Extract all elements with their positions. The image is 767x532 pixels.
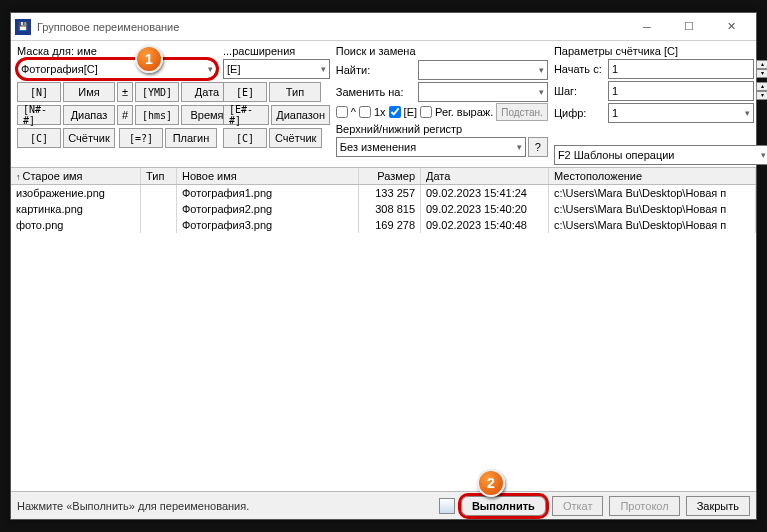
token-e[interactable]: [E] xyxy=(223,82,267,102)
titlebar: 💾 Групповое переименование ─ ☐ ✕ xyxy=(11,13,756,41)
col-old[interactable]: ↑Старое имя xyxy=(11,168,141,184)
subst-button[interactable]: Подстан. xyxy=(496,103,548,121)
token-c[interactable]: [C] xyxy=(17,128,61,148)
col-location[interactable]: Местоположение xyxy=(549,168,756,184)
close-footer-button[interactable]: Закрыть xyxy=(686,496,750,516)
table-row[interactable]: фото.pngФотография3.png169 27809.02.2023… xyxy=(11,217,756,233)
digits-combo[interactable]: 1 xyxy=(608,103,754,123)
col-type[interactable]: Тип xyxy=(141,168,177,184)
table-row[interactable]: картинка.pngФотография2.png308 81509.02.… xyxy=(11,201,756,217)
minimize-button[interactable]: ─ xyxy=(626,14,668,40)
rename-dialog: 💾 Групповое переименование ─ ☐ ✕ Маска д… xyxy=(10,12,757,520)
case-combo[interactable]: Без изменения xyxy=(336,137,526,157)
token-counter[interactable]: Счётчик xyxy=(63,128,115,148)
replace-combo[interactable] xyxy=(418,82,548,102)
token-ymd[interactable]: [YMD] xyxy=(135,82,179,102)
token-type[interactable]: Тип xyxy=(269,82,321,102)
token-ext-counter[interactable]: Счётчик xyxy=(269,128,322,148)
run-button[interactable]: Выполнить xyxy=(461,496,546,516)
token-name[interactable]: Имя xyxy=(63,82,115,102)
token-hms[interactable]: [hms] xyxy=(135,105,179,125)
token-erange[interactable]: [E#-#] xyxy=(223,105,269,125)
col-size[interactable]: Размер xyxy=(359,168,421,184)
result-icon xyxy=(439,498,455,514)
step-up[interactable]: ▴ xyxy=(756,82,767,91)
token-n[interactable]: [N] xyxy=(17,82,61,102)
mask-name-label: Маска для: име xyxy=(17,45,217,57)
ext-checkbox[interactable] xyxy=(389,106,401,118)
case-up-checkbox[interactable] xyxy=(336,106,348,118)
templates-combo[interactable]: F2 Шаблоны операции xyxy=(554,145,767,165)
col-date[interactable]: Дата xyxy=(421,168,549,184)
token-ext-c[interactable]: [C] xyxy=(223,128,267,148)
help-button[interactable]: ? xyxy=(528,137,548,157)
name-mask-combo[interactable]: Фотография[C] xyxy=(17,59,217,79)
status-text: Нажмите «Выполнить» для переименования. xyxy=(17,500,433,512)
ext-mask-combo[interactable]: [E] xyxy=(223,59,330,79)
start-label: Начать с: xyxy=(554,63,606,75)
range-hash-button[interactable]: # xyxy=(117,105,133,125)
step-label: Шаг: xyxy=(554,85,606,97)
regex-checkbox[interactable] xyxy=(420,106,432,118)
close-button[interactable]: ✕ xyxy=(710,14,752,40)
maximize-button[interactable]: ☐ xyxy=(668,14,710,40)
undo-button[interactable]: Откат xyxy=(552,496,604,516)
replace-label: Заменить на: xyxy=(336,86,414,98)
token-nrange[interactable]: [N#-#] xyxy=(17,105,61,125)
step-input[interactable] xyxy=(608,81,754,101)
file-list[interactable]: изображение.pngФотография1.png133 25709.… xyxy=(11,185,756,491)
start-down[interactable]: ▾ xyxy=(756,69,767,78)
log-button[interactable]: Протокол xyxy=(609,496,679,516)
footer: Нажмите «Выполнить» для переименования. … xyxy=(11,491,756,519)
start-input[interactable] xyxy=(608,59,754,79)
annotation-1: 1 xyxy=(135,45,163,73)
find-combo[interactable] xyxy=(418,60,548,80)
step-down[interactable]: ▾ xyxy=(756,91,767,100)
token-plugin-code[interactable]: [=?] xyxy=(119,128,163,148)
plusminus-button[interactable]: ± xyxy=(117,82,133,102)
token-plugin[interactable]: Плагин xyxy=(165,128,217,148)
window-title: Групповое переименование xyxy=(37,21,626,33)
counter-params-label: Параметры счётчика [C] xyxy=(554,45,767,57)
list-header: ↑Старое имя Тип Новое имя Размер Дата Ме… xyxy=(11,167,756,185)
app-icon: 💾 xyxy=(15,19,31,35)
table-row[interactable]: изображение.pngФотография1.png133 25709.… xyxy=(11,185,756,201)
mask-ext-label: ...расширения xyxy=(223,45,330,57)
token-ext-range[interactable]: Диапазон xyxy=(271,105,329,125)
controls-row: Маска для: име Фотография[C] [N] Имя ± [… xyxy=(11,41,756,167)
token-range[interactable]: Диапаз xyxy=(63,105,115,125)
search-replace-label: Поиск и замена xyxy=(336,45,548,57)
annotation-2: 2 xyxy=(477,469,505,497)
col-new[interactable]: Новое имя xyxy=(177,168,359,184)
start-up[interactable]: ▴ xyxy=(756,60,767,69)
once-checkbox[interactable] xyxy=(359,106,371,118)
case-section-label: Верхний/нижний регистр xyxy=(336,123,548,135)
digits-label: Цифр: xyxy=(554,107,606,119)
find-label: Найти: xyxy=(336,64,414,76)
